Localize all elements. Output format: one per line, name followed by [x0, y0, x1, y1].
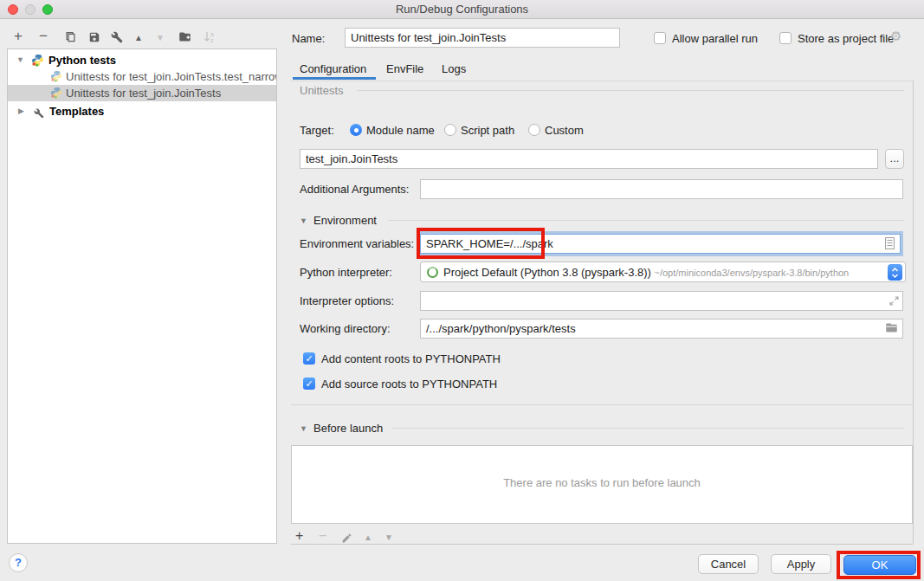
new-folder-icon[interactable]	[178, 29, 191, 49]
browse-module-button[interactable]: ...	[885, 149, 904, 169]
radio-script-path-label: Script path	[461, 124, 514, 137]
tree-item-python-tests[interactable]: ▼ Python tests	[8, 52, 276, 68]
tree-item-templates[interactable]: ▶ Templates	[8, 103, 276, 119]
python-test-icon	[50, 87, 62, 103]
environment-section-label: Environment	[313, 214, 377, 227]
titlebar: Run/Debug Configurations	[0, 0, 924, 19]
minimize-window-button[interactable]	[25, 4, 36, 15]
tree-item-label: Unittests for test_join.JoinTests	[66, 85, 221, 101]
edit-templates-wrench-icon[interactable]	[111, 29, 123, 49]
move-up-icon[interactable]: ▲	[134, 28, 143, 48]
python-interpreter-select[interactable]: Project Default (Python 3.8 (pyspark-3.8…	[420, 261, 906, 282]
configurations-tree: ▼ Python tests Unittests for test_join.J…	[7, 48, 277, 544]
working-directory-label: Working directory:	[300, 322, 391, 335]
dropdown-stepper-icon[interactable]	[888, 264, 902, 281]
name-input[interactable]	[345, 28, 620, 48]
close-window-button[interactable]	[8, 4, 18, 15]
window-title: Run/Debug Configurations	[0, 0, 924, 19]
radio-custom[interactable]	[528, 124, 540, 136]
section-rule	[388, 220, 904, 221]
chevron-right-icon[interactable]: ▶	[18, 103, 24, 119]
run-debug-configurations-dialog: Run/Debug Configurations + − ▲ ▼ az ▼ Py…	[0, 0, 924, 581]
python-interpreter-label: Python interpreter:	[300, 266, 392, 279]
folder-icon[interactable]	[885, 321, 898, 338]
working-directory-value: /.../spark/python/pyspark/tests	[426, 322, 576, 335]
add-configuration-icon[interactable]: +	[14, 26, 23, 47]
environment-variables-input[interactable]: SPARK_HOME=/.../spark	[420, 234, 901, 254]
help-button[interactable]: ?	[9, 553, 28, 572]
module-name-input[interactable]	[300, 149, 878, 169]
interpreter-options-label: Interpreter options:	[300, 294, 394, 307]
move-task-up-icon: ▲	[364, 527, 372, 548]
remove-task-icon: −	[319, 526, 326, 546]
tree-item-label: Unittests for test_join.JoinTests.test_n…	[66, 68, 277, 85]
sort-configurations-icon: az	[204, 29, 216, 49]
tab-envfile[interactable]: EnvFile	[386, 62, 423, 75]
add-content-roots-label: Add content roots to PYTHONPATH	[321, 352, 501, 365]
move-task-down-icon: ▼	[384, 527, 393, 548]
section-rule	[391, 428, 904, 429]
radio-script-path[interactable]	[444, 124, 456, 136]
add-task-icon[interactable]: +	[295, 526, 303, 546]
panel-right-border	[913, 81, 914, 544]
edit-task-pencil-icon	[341, 529, 352, 550]
ok-button[interactable]: OK	[843, 555, 916, 575]
apply-button[interactable]: Apply	[771, 554, 831, 574]
before-launch-collapse-icon[interactable]: ▼	[300, 424, 307, 433]
before-launch-section-label: Before launch	[313, 422, 383, 435]
working-directory-input[interactable]: /.../spark/python/pyspark/tests	[420, 319, 903, 339]
interpreter-options-input[interactable]	[420, 291, 903, 311]
tab-logs[interactable]: Logs	[442, 62, 466, 75]
group-bottom-rule	[291, 404, 913, 405]
save-configuration-icon[interactable]	[88, 29, 100, 49]
tree-item-label: Python tests	[48, 52, 116, 68]
allow-parallel-run-label: Allow parallel run	[672, 32, 758, 45]
environment-collapse-icon[interactable]: ▼	[300, 216, 307, 225]
interpreter-path: ~/opt/miniconda3/envs/pyspark-3.8/bin/py…	[655, 268, 850, 278]
radio-module-name-label: Module name	[366, 124, 435, 137]
before-launch-empty-text: There are no tasks to run before launch	[292, 476, 912, 489]
svg-text:z: z	[210, 37, 214, 43]
active-tab-underline	[293, 77, 376, 80]
cancel-button[interactable]: Cancel	[698, 554, 759, 574]
radio-custom-label: Custom	[545, 124, 584, 137]
tree-item-jointests-test-narrow[interactable]: Unittests for test_join.JoinTests.test_n…	[8, 68, 276, 85]
environment-variables-value: SPARK_HOME=/.../spark	[426, 237, 553, 250]
move-down-icon: ▼	[156, 28, 165, 48]
tab-bar-divider	[291, 81, 913, 81]
additional-arguments-input[interactable]	[420, 179, 903, 199]
expand-field-icon[interactable]	[888, 294, 900, 310]
tree-item-jointests-selected[interactable]: Unittests for test_join.JoinTests	[8, 85, 276, 101]
allow-parallel-run-checkbox[interactable]	[654, 32, 666, 44]
environment-variables-label: Environment variables:	[300, 237, 414, 250]
before-launch-task-list[interactable]: There are no tasks to run before launch	[291, 445, 913, 524]
radio-module-name[interactable]	[350, 124, 362, 136]
add-source-roots-label: Add source roots to PYTHONPATH	[321, 378, 497, 391]
additional-arguments-label: Additional Arguments:	[300, 183, 409, 196]
gear-icon[interactable]: ⚙	[890, 29, 901, 44]
add-source-roots-checkbox[interactable]	[303, 378, 315, 390]
copy-configuration-icon[interactable]	[64, 29, 77, 49]
remove-configuration-icon[interactable]: −	[39, 26, 48, 47]
group-rule	[357, 90, 904, 91]
unittests-group-label: Unittests	[300, 84, 344, 97]
tab-configuration[interactable]: Configuration	[300, 62, 366, 75]
zoom-window-button[interactable]	[42, 4, 53, 15]
interpreter-value: Project Default (Python 3.8 (pyspark-3.8…	[443, 266, 651, 279]
edit-env-vars-list-icon[interactable]	[885, 237, 895, 253]
store-as-project-file-label: Store as project file	[798, 32, 894, 45]
chevron-down-icon[interactable]: ▼	[16, 52, 24, 68]
wrench-icon	[34, 107, 44, 123]
svg-text:a: a	[210, 31, 214, 37]
name-label: Name:	[292, 32, 325, 45]
store-as-project-file-checkbox[interactable]	[779, 32, 792, 44]
conda-env-icon	[427, 267, 438, 278]
add-content-roots-checkbox[interactable]	[303, 352, 315, 365]
tree-item-label: Templates	[49, 103, 104, 119]
target-label: Target:	[300, 124, 334, 137]
